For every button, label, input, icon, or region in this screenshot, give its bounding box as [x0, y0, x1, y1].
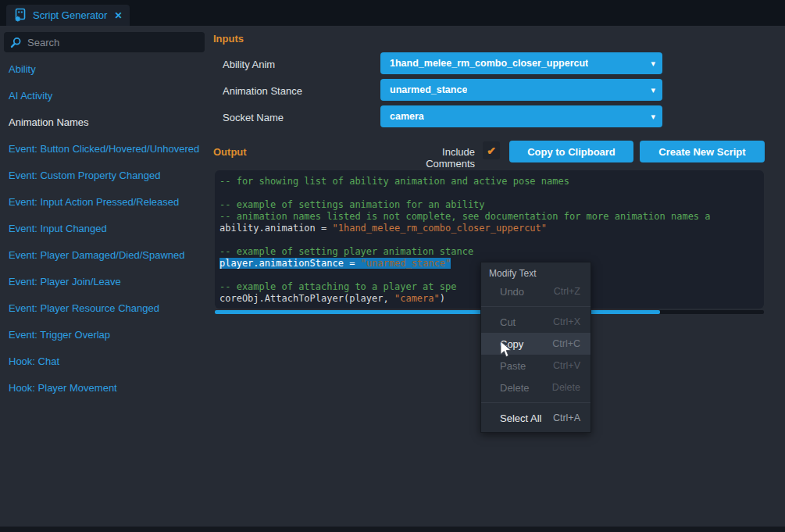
code-line: -- for showing list of ability animation… [219, 176, 764, 187]
menu-separator [481, 402, 591, 403]
sidebar-item[interactable]: Event: Player Damaged/Died/Spawned [0, 241, 209, 268]
search-input[interactable]: Search [4, 32, 205, 52]
sidebar-item[interactable]: Event: Player Resource Changed [0, 295, 209, 321]
context-menu-title: Modify Text [481, 262, 591, 280]
chevron-down-icon: ▾ [651, 112, 655, 122]
output-header: Output [213, 146, 247, 158]
close-icon[interactable]: ✕ [114, 10, 122, 21]
checkmark-icon: ✔ [487, 145, 496, 156]
field-label-socket-name: Socket Name [223, 112, 284, 123]
include-comments-checkbox[interactable]: ✔ [483, 141, 500, 159]
chevron-down-icon: ▾ [651, 85, 655, 95]
code-line: ability.animation = "1hand_melee_rm_comb… [219, 223, 764, 234]
code-line: -- example of setting player animation s… [219, 246, 764, 258]
dropdown-value: 1hand_melee_rm_combo_closer_uppercut [390, 58, 588, 69]
code-line [219, 234, 764, 246]
code-line: -- example of settings animation for an … [219, 199, 764, 211]
menu-item-cut: CutCtrl+X [481, 311, 591, 333]
field-label-animation-stance: Animation Stance [223, 85, 302, 97]
search-icon [10, 37, 22, 48]
dropdown-value: camera [390, 111, 424, 122]
search-placeholder: Search [27, 37, 59, 48]
sidebar-item[interactable]: Event: Trigger Overlap [0, 321, 209, 348]
dropdown-socket-name[interactable]: camera ▾ [380, 105, 662, 127]
script-generator-window: Script Generator ✕ Search AbilityAI Acti… [0, 0, 785, 532]
sidebar-item[interactable]: Ability [0, 55, 209, 82]
code-line [219, 187, 764, 199]
sidebar-item[interactable]: Event: Input Action Pressed/Released [0, 188, 209, 215]
sidebar-item[interactable]: Hook: Chat [0, 348, 209, 374]
sidebar-item[interactable]: AI Activity [0, 82, 209, 109]
include-comments-label: Include Comments [394, 146, 475, 170]
menu-separator [481, 306, 591, 307]
context-menu-items: UndoCtrl+ZCutCtrl+XCopyCtrl+CPasteCtrl+V… [481, 280, 591, 429]
code-line: -- animation names listed is not complet… [219, 211, 764, 223]
menu-item-delete: DeleteDelete [481, 377, 591, 398]
context-menu: Modify Text UndoCtrl+ZCutCtrl+XCopyCtrl+… [480, 262, 591, 433]
sidebar-item[interactable]: Event: Custom Property Changed [0, 162, 209, 188]
chevron-down-icon: ▾ [651, 59, 655, 69]
sidebar-item[interactable]: Event: Button Clicked/Hovered/Unhovered [0, 135, 209, 162]
inputs-header: Inputs [213, 33, 244, 45]
dropdown-value: unarmed_stance [390, 84, 467, 95]
dropdown-ability-anim[interactable]: 1hand_melee_rm_combo_closer_uppercut ▾ [380, 52, 662, 74]
menu-item-undo: UndoCtrl+Z [481, 280, 591, 302]
field-label-ability-anim: Ability Anim [223, 59, 275, 70]
sidebar-list: AbilityAI ActivityAnimation NamesEvent: … [0, 55, 209, 401]
tab-script-generator[interactable]: Script Generator ✕ [6, 5, 130, 26]
dropdown-animation-stance[interactable]: unarmed_stance ▾ [380, 79, 662, 101]
sidebar-item[interactable]: Hook: Player Movement [0, 374, 209, 401]
sidebar-item[interactable]: Animation Names [0, 109, 209, 135]
sidebar-item[interactable]: Event: Player Join/Leave [0, 268, 209, 295]
script-gear-icon [14, 8, 27, 23]
tab-bar: Script Generator ✕ [0, 0, 785, 26]
menu-item-paste: PasteCtrl+V [481, 355, 591, 377]
sidebar-item[interactable]: Event: Input Changed [0, 215, 209, 241]
sidebar: Search AbilityAI ActivityAnimation Names… [0, 26, 209, 527]
tab-title: Script Generator [33, 9, 107, 21]
window-bottom-edge [0, 527, 785, 532]
menu-item-select-all[interactable]: Select AllCtrl+A [481, 407, 591, 429]
copy-to-clipboard-button[interactable]: Copy to Clipboard [509, 141, 633, 162]
create-new-script-button[interactable]: Create New Script [640, 141, 765, 162]
menu-item-copy[interactable]: CopyCtrl+C [481, 333, 591, 355]
scrollbar-thumb[interactable] [215, 310, 660, 314]
